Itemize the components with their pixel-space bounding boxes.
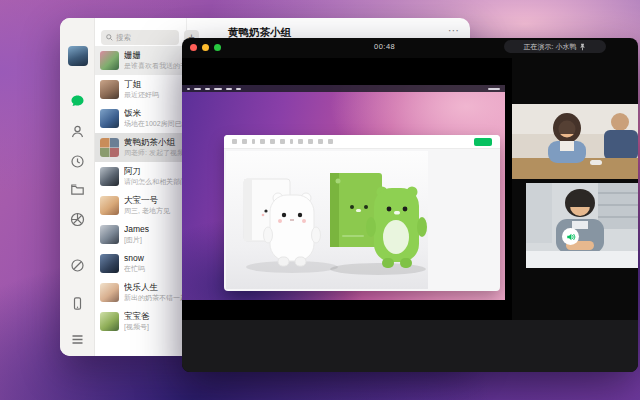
- chat-row[interactable]: James [图片]: [95, 220, 186, 249]
- zoom-button[interactable]: [214, 44, 221, 51]
- man-office-video: [526, 183, 638, 268]
- chat-avatar: [100, 225, 119, 244]
- shared-menubar: [182, 85, 505, 92]
- presenting-badge: 正在演示: 小水鸭: [504, 40, 606, 53]
- chat-row[interactable]: 大宝一号 周三, 老地方见: [95, 191, 186, 220]
- phone-icon[interactable]: [70, 296, 85, 311]
- chat-row[interactable]: 宝宝爸 [视频号]: [95, 307, 186, 336]
- document-toolbar: [224, 135, 500, 149]
- menu-icon[interactable]: [70, 332, 85, 347]
- chat-preview: [图片]: [124, 235, 182, 245]
- presenting-text: 正在演示: 小水鸭: [524, 42, 577, 52]
- search-placeholder: 搜索: [116, 33, 131, 43]
- participant-video-man[interactable]: [526, 183, 638, 268]
- chat-avatar: [100, 51, 119, 70]
- chat-avatar: [100, 80, 119, 99]
- pin-icon[interactable]: [579, 43, 586, 51]
- chat-name: snow: [124, 253, 182, 263]
- chats-icon[interactable]: [70, 94, 85, 109]
- chat-files-icon[interactable]: [70, 182, 85, 197]
- chat-preview: 新出的奶茶不错一起去打卡: [124, 293, 182, 303]
- avatar[interactable]: [68, 46, 88, 66]
- chat-row[interactable]: 阿刀 请问怎么和相关部门联系: [95, 162, 186, 191]
- nav-rail: [60, 18, 95, 356]
- chat-preview: 场地在1002房间已经订好了: [124, 119, 182, 129]
- shared-product-image: [226, 151, 428, 289]
- participant-video-woman[interactable]: [512, 104, 638, 179]
- chat-avatar: [100, 167, 119, 186]
- chat-row[interactable]: 快乐人生 新出的奶茶不错一起去打卡: [95, 278, 186, 307]
- chat-row[interactable]: snow 在忙吗: [95, 249, 186, 278]
- chat-row[interactable]: 姗姗 是谁喜欢看我送的书: [95, 46, 186, 75]
- search-icon: [106, 34, 113, 41]
- search-input[interactable]: 搜索: [101, 30, 179, 45]
- status-icon[interactable]: [70, 258, 85, 273]
- woman-office-video: [512, 104, 638, 179]
- speaker-icon: [566, 232, 576, 242]
- chat-row[interactable]: 丁姐 最近还好吗: [95, 75, 186, 104]
- chat-row[interactable]: 饭米 场地在1002房间已经订好了: [95, 104, 186, 133]
- chat-preview: 最近还好吗: [124, 90, 182, 100]
- group-avatar: [100, 138, 119, 157]
- call-control-bar: ⌄ ＋ ✕ 摄像头已关 麦克风已开 共享屏幕中 添加成员 挂断: [182, 320, 638, 372]
- document-confirm-button[interactable]: [474, 138, 492, 146]
- shared-screen: [182, 58, 512, 320]
- favorites-icon[interactable]: [70, 154, 85, 169]
- shared-desktop-wallpaper: [182, 85, 505, 300]
- speaking-indicator: [562, 228, 579, 245]
- mascot-figures-illustration: [226, 151, 428, 289]
- chat-preview: [视频号]: [124, 322, 182, 332]
- minimize-button[interactable]: [202, 44, 209, 51]
- call-timer: 00:48: [374, 42, 395, 51]
- chat-preview: 请问怎么和相关部门联系: [124, 177, 182, 187]
- close-button[interactable]: [190, 44, 197, 51]
- chat-list: 搜索 姗姗 是谁喜欢看我送的书 丁姐 最近还好吗 饭米 场地在1002房间已经订…: [95, 18, 187, 356]
- chat-row-selected[interactable]: 黄鸭奶茶小组 周老师: 发起了视频通话: [95, 133, 186, 162]
- chat-preview: 在忙吗: [124, 264, 182, 274]
- chat-avatar: [100, 254, 119, 273]
- moments-icon[interactable]: [70, 212, 85, 227]
- chat-preview: 是谁喜欢看我送的书: [124, 61, 182, 71]
- desktop: 黄鸭奶茶小组 ⋯: [0, 0, 640, 400]
- chat-name: James: [124, 224, 182, 234]
- shared-document-window: [224, 135, 500, 291]
- chat-avatar: [100, 109, 119, 128]
- video-call-window: 00:48 正在演示: 小水鸭: [182, 38, 638, 372]
- contacts-icon[interactable]: [70, 124, 85, 139]
- chat-avatar: [100, 283, 119, 302]
- chat-avatar: [100, 312, 119, 331]
- chat-preview: 周老师: 发起了视频通话: [124, 148, 182, 158]
- chat-preview: 周三, 老地方见: [124, 206, 182, 216]
- chat-avatar: [100, 196, 119, 215]
- more-icon[interactable]: ⋯: [448, 24, 460, 37]
